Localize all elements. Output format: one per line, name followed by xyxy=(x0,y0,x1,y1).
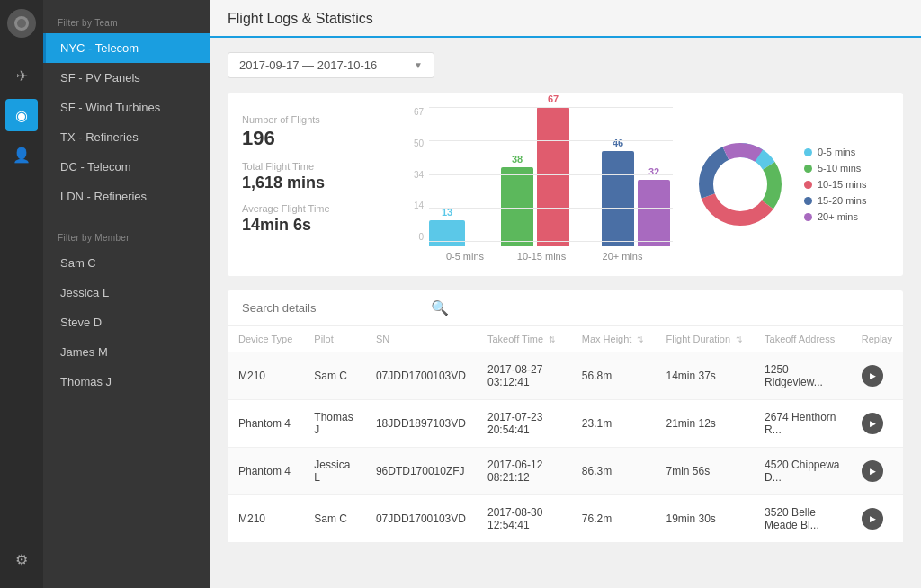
sidebar-item-sam-c[interactable]: Sam C xyxy=(43,248,210,278)
page-title: Flight Logs & Statistics xyxy=(228,11,903,36)
legend-dot-20plus xyxy=(804,213,812,221)
cell-takeoff-1: 2017-07-23 20:54:41 xyxy=(477,400,571,448)
table-row: M210 Sam C 07JDD1700103VD 2017-08-27 03:… xyxy=(228,352,903,400)
bar-label-32: 32 xyxy=(648,166,659,177)
col-sn: SN xyxy=(365,326,477,352)
sort-icon-height: ⇅ xyxy=(637,335,644,344)
cell-replay-2: ▶ xyxy=(851,448,903,495)
table-row: Phantom 4 Jessica L 96DTD170010ZFJ 2017-… xyxy=(228,448,903,495)
settings-nav-icon[interactable]: ⚙ xyxy=(5,543,38,575)
donut-legend: 0-5 mins 5-10 mins 10-15 mins 15-20 mins xyxy=(804,147,866,222)
legend-dot-0-5 xyxy=(804,148,812,156)
dashboard-nav-icon[interactable]: ◉ xyxy=(5,99,38,131)
sidebar-item-tx-ref[interactable]: TX - Refineries xyxy=(43,122,210,152)
sidebar-item-steve-d[interactable]: Steve D xyxy=(43,307,210,337)
legend-dot-10-15 xyxy=(804,181,812,189)
sidebar-item-jessica-l[interactable]: Jessica L xyxy=(43,278,210,307)
table-body: M210 Sam C 07JDD1700103VD 2017-08-27 03:… xyxy=(228,352,903,543)
sidebar-item-sf-pv[interactable]: SF - PV Panels xyxy=(43,63,210,93)
bar-chart-area: 67 50 34 14 0 xyxy=(386,107,691,262)
col-takeoff-time[interactable]: Takeoff Time ⇅ xyxy=(477,326,571,352)
bar-10-15mins xyxy=(537,107,569,246)
sort-icon-takeoff: ⇅ xyxy=(549,335,556,344)
bar-0-5mins xyxy=(429,220,465,246)
sidebar: Filter by Team NYC - Telecom SF - PV Pan… xyxy=(43,0,210,588)
legend-item-10-15: 10-15 mins xyxy=(804,179,866,190)
legend-item-15-20: 15-20 mins xyxy=(804,195,866,206)
sidebar-item-nyc-telecom[interactable]: NYC - Telecom xyxy=(43,33,210,63)
table-header-row: Device Type Pilot SN Takeoff Time ⇅ Max … xyxy=(228,326,903,352)
legend-item-20plus: 20+ mins xyxy=(804,211,866,222)
table-panel: 🔍 Device Type Pilot SN Takeoff Time ⇅ Ma… xyxy=(228,290,903,542)
cell-duration-3: 19min 30s xyxy=(655,495,754,543)
date-range-selector[interactable]: 2017-09-17 — 2017-10-16 ▼ xyxy=(228,52,434,78)
nav-bar: ✈ ◉ 👤 ⚙ xyxy=(0,0,43,588)
play-button-0[interactable]: ▶ xyxy=(862,365,883,387)
cell-address-1: 2674 Henthorn R... xyxy=(754,400,851,448)
legend-dot-5-10 xyxy=(804,165,812,173)
cell-device-1: Phantom 4 xyxy=(228,400,303,448)
bar-label-46: 46 xyxy=(613,138,623,148)
col-takeoff-address: Takeoff Address xyxy=(754,326,851,352)
flight-logs-table: Device Type Pilot SN Takeoff Time ⇅ Max … xyxy=(228,326,903,542)
member-filter-label: Filter by Member xyxy=(43,226,210,248)
cell-takeoff-0: 2017-08-27 03:12:41 xyxy=(477,352,571,400)
sidebar-item-ldn-ref[interactable]: LDN - Refineries xyxy=(43,182,210,211)
col-max-height[interactable]: Max Height ⇅ xyxy=(571,326,656,352)
play-button-3[interactable]: ▶ xyxy=(862,508,883,530)
donut-chart-area: 0-5 mins 5-10 mins 10-15 mins 15-20 mins xyxy=(691,107,889,262)
cell-address-3: 3520 Belle Meade Bl... xyxy=(754,495,851,543)
team-filter-label: Filter by Team xyxy=(43,11,210,33)
sidebar-item-sf-wind[interactable]: SF - Wind Turbines xyxy=(43,93,210,122)
sidebar-item-james-m[interactable]: James M xyxy=(43,337,210,367)
page-header: Flight Logs & Statistics xyxy=(210,0,921,38)
sidebar-item-dc-telecom[interactable]: DC - Telecom xyxy=(43,152,210,182)
search-input[interactable] xyxy=(242,301,422,315)
legend-label-0-5: 0-5 mins xyxy=(818,147,855,157)
bar-label-13: 13 xyxy=(442,207,452,218)
cell-height-2: 86.3m xyxy=(571,448,656,495)
cell-device-0: M210 xyxy=(228,352,303,400)
users-nav-icon[interactable]: 👤 xyxy=(5,138,38,171)
search-icon: 🔍 xyxy=(431,299,449,316)
play-button-1[interactable]: ▶ xyxy=(862,413,883,434)
bar-label-67: 67 xyxy=(548,94,559,104)
content-area: 2017-09-17 — 2017-10-16 ▼ Number of Flig… xyxy=(210,38,921,588)
y-label-14: 14 xyxy=(414,200,424,210)
bar-15-20mins xyxy=(602,151,634,246)
legend-label-20plus: 20+ mins xyxy=(818,211,858,222)
bar-20plus-mins xyxy=(638,180,670,246)
chevron-down-icon: ▼ xyxy=(414,60,423,70)
y-label-0: 0 xyxy=(418,232,424,242)
col-replay: Replay xyxy=(851,326,903,352)
bar-label-38: 38 xyxy=(512,154,523,165)
cell-pilot-0: Sam C xyxy=(303,352,365,400)
cell-sn-1: 18JDD1897103VD xyxy=(365,400,477,448)
stats-numbers: Number of Flights 196 Total Flight Time … xyxy=(242,107,386,262)
flights-value: 196 xyxy=(242,127,368,150)
table-search-bar: 🔍 xyxy=(228,290,903,326)
legend-label-15-20: 15-20 mins xyxy=(818,195,866,206)
play-button-2[interactable]: ▶ xyxy=(862,460,883,482)
cell-device-3: M210 xyxy=(228,495,303,543)
cell-sn-3: 07JDD1700103VD xyxy=(365,495,477,543)
avg-time-label: Average Flight Time xyxy=(242,203,368,214)
cell-takeoff-3: 2017-08-30 12:54:41 xyxy=(477,495,571,543)
sidebar-item-thomas-j[interactable]: Thomas J xyxy=(43,367,210,396)
cell-duration-1: 21min 12s xyxy=(655,400,754,448)
plane-nav-icon[interactable]: ✈ xyxy=(5,59,38,92)
cell-pilot-1: Thomas J xyxy=(303,400,365,448)
y-label-50: 50 xyxy=(414,138,424,148)
stats-panel: Number of Flights 196 Total Flight Time … xyxy=(228,93,903,276)
bar-5-10mins xyxy=(501,167,533,246)
legend-label-5-10: 5-10 mins xyxy=(818,163,861,174)
table-row: Phantom 4 Thomas J 18JDD1897103VD 2017-0… xyxy=(228,400,903,448)
col-flight-duration[interactable]: Flight Duration ⇅ xyxy=(655,326,754,352)
x-label-0-5: 0-5 mins xyxy=(429,251,501,262)
avg-time-value: 14min 6s xyxy=(242,216,368,235)
flight-time-label: Total Flight Time xyxy=(242,161,368,172)
cell-takeoff-2: 2017-06-12 08:21:12 xyxy=(477,448,571,495)
cell-replay-0: ▶ xyxy=(851,352,903,400)
cell-address-0: 1250 Ridgeview... xyxy=(754,352,851,400)
legend-item-0-5: 0-5 mins xyxy=(804,147,866,157)
